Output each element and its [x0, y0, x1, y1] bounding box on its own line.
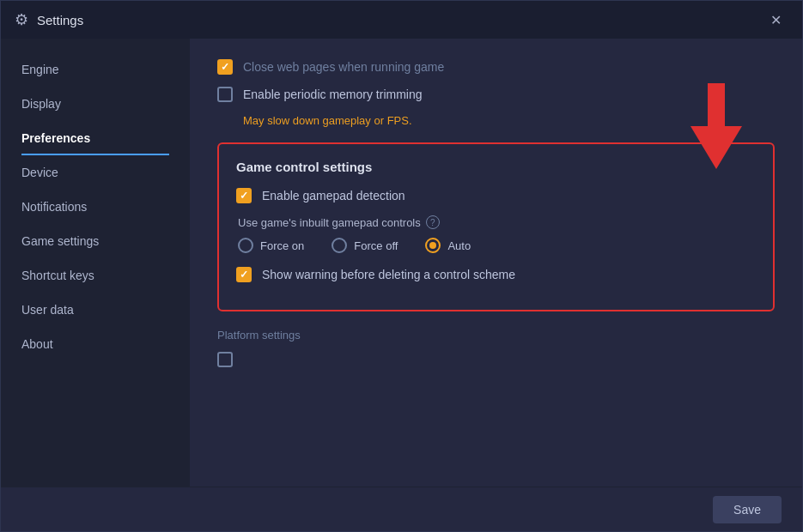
sidebar-label-device: Device: [21, 166, 58, 179]
radio-force-off-label: Force off: [354, 239, 398, 252]
sidebar-label-user-data: User data: [21, 303, 74, 317]
close-web-pages-row: Close web pages when running game: [217, 59, 775, 75]
close-web-pages-checkbox[interactable]: [217, 59, 233, 75]
sidebar-item-engine[interactable]: Engine: [1, 52, 190, 87]
sidebar-label-game-settings: Game settings: [21, 234, 99, 248]
inbuilt-controls-label: Use game's inbuilt gamepad controls ?: [238, 215, 756, 229]
sidebar-item-about[interactable]: About: [1, 327, 190, 361]
close-button[interactable]: ✕: [763, 9, 788, 32]
sidebar-label-display: Display: [21, 97, 61, 111]
show-warning-checkbox[interactable]: [236, 267, 252, 282]
sidebar-label-notifications: Notifications: [21, 200, 87, 214]
sidebar-label-shortcut-keys: Shortcut keys: [21, 269, 94, 282]
sidebar-label-about: About: [21, 337, 53, 351]
game-control-settings-box: Game control settings Enable gamepad det…: [217, 142, 775, 311]
sidebar-label-preferences: Preferences: [21, 131, 90, 145]
titlebar: ⚙ Settings ✕: [1, 1, 802, 39]
sidebar-item-preferences[interactable]: Preferences: [1, 121, 190, 155]
radio-force-off-outer: [332, 238, 347, 253]
radio-force-on-label: Force on: [260, 239, 304, 252]
radio-auto[interactable]: Auto: [425, 238, 471, 253]
content-area: Engine Display Preferences Device Notifi…: [1, 39, 802, 487]
settings-icon: ⚙: [15, 10, 28, 29]
settings-window: ⚙ Settings ✕ Engine Display Preferences …: [0, 0, 803, 532]
main-panel: Close web pages when running game Enable…: [190, 39, 802, 487]
show-warning-label: Show warning before deleting a control s…: [262, 268, 515, 281]
radio-auto-inner: [429, 242, 436, 249]
platform-checkbox[interactable]: [217, 352, 233, 367]
platform-settings-title: Platform settings: [217, 329, 775, 342]
memory-trimming-row: Enable periodic memory trimming: [217, 87, 775, 102]
radio-auto-outer: [425, 238, 441, 253]
sidebar-item-display[interactable]: Display: [1, 87, 190, 121]
close-web-pages-label: Close web pages when running game: [243, 60, 444, 74]
window-title: Settings: [37, 13, 763, 27]
radio-force-off[interactable]: Force off: [332, 238, 398, 253]
bottom-bar: Save: [1, 487, 802, 531]
radio-force-on[interactable]: Force on: [238, 238, 304, 253]
sidebar-item-game-settings[interactable]: Game settings: [1, 224, 190, 258]
sidebar-item-device[interactable]: Device: [1, 155, 190, 190]
memory-warning-text: May slow down gameplay or FPS.: [243, 114, 775, 127]
memory-trimming-checkbox[interactable]: [217, 87, 233, 102]
enable-gamepad-checkbox[interactable]: [236, 188, 252, 203]
help-icon[interactable]: ?: [426, 215, 440, 229]
enable-gamepad-row: Enable gamepad detection: [236, 188, 756, 203]
show-warning-row: Show warning before deleting a control s…: [236, 267, 756, 282]
game-control-title: Game control settings: [236, 160, 756, 174]
platform-checkbox-row: [217, 352, 775, 367]
radio-force-on-outer: [238, 238, 253, 253]
enable-gamepad-label: Enable gamepad detection: [262, 189, 405, 203]
save-button[interactable]: Save: [713, 496, 782, 523]
sidebar-item-user-data[interactable]: User data: [1, 293, 190, 327]
sidebar-item-shortcut-keys[interactable]: Shortcut keys: [1, 258, 190, 293]
radio-auto-label: Auto: [447, 239, 471, 252]
sidebar-label-engine: Engine: [21, 63, 59, 76]
radio-options-group: Force on Force off Auto: [238, 238, 756, 253]
sidebar: Engine Display Preferences Device Notifi…: [1, 39, 190, 487]
sidebar-item-notifications[interactable]: Notifications: [1, 190, 190, 224]
memory-trimming-label: Enable periodic memory trimming: [243, 88, 423, 101]
